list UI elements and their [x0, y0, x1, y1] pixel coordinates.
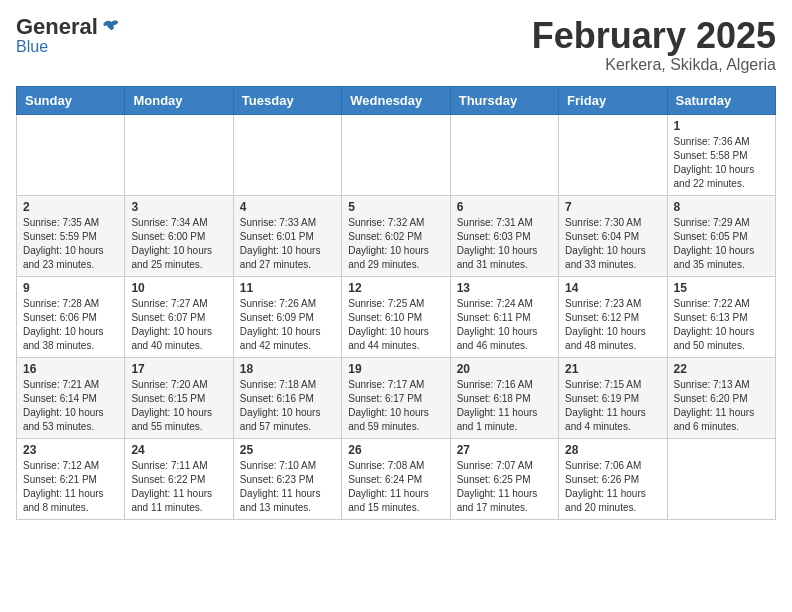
empty-cell [233, 114, 341, 195]
logo: General Blue [16, 16, 120, 56]
day-cell-13: 13Sunrise: 7:24 AM Sunset: 6:11 PM Dayli… [450, 276, 558, 357]
week-row-4: 16Sunrise: 7:21 AM Sunset: 6:14 PM Dayli… [17, 357, 776, 438]
weekday-header-friday: Friday [559, 86, 667, 114]
weekday-header-saturday: Saturday [667, 86, 775, 114]
weekday-header-wednesday: Wednesday [342, 86, 450, 114]
day-cell-1: 1Sunrise: 7:36 AM Sunset: 5:58 PM Daylig… [667, 114, 775, 195]
weekday-header-sunday: Sunday [17, 86, 125, 114]
weekday-header-thursday: Thursday [450, 86, 558, 114]
day-cell-17: 17Sunrise: 7:20 AM Sunset: 6:15 PM Dayli… [125, 357, 233, 438]
day-cell-21: 21Sunrise: 7:15 AM Sunset: 6:19 PM Dayli… [559, 357, 667, 438]
day-info-text: Sunrise: 7:32 AM Sunset: 6:02 PM Dayligh… [348, 216, 443, 272]
day-info-text: Sunrise: 7:16 AM Sunset: 6:18 PM Dayligh… [457, 378, 552, 434]
day-cell-11: 11Sunrise: 7:26 AM Sunset: 6:09 PM Dayli… [233, 276, 341, 357]
day-cell-18: 18Sunrise: 7:18 AM Sunset: 6:16 PM Dayli… [233, 357, 341, 438]
week-row-5: 23Sunrise: 7:12 AM Sunset: 6:21 PM Dayli… [17, 438, 776, 519]
day-info-text: Sunrise: 7:36 AM Sunset: 5:58 PM Dayligh… [674, 135, 769, 191]
day-info-text: Sunrise: 7:30 AM Sunset: 6:04 PM Dayligh… [565, 216, 660, 272]
day-info-text: Sunrise: 7:12 AM Sunset: 6:21 PM Dayligh… [23, 459, 118, 515]
day-info-text: Sunrise: 7:28 AM Sunset: 6:06 PM Dayligh… [23, 297, 118, 353]
day-cell-15: 15Sunrise: 7:22 AM Sunset: 6:13 PM Dayli… [667, 276, 775, 357]
day-cell-16: 16Sunrise: 7:21 AM Sunset: 6:14 PM Dayli… [17, 357, 125, 438]
day-cell-19: 19Sunrise: 7:17 AM Sunset: 6:17 PM Dayli… [342, 357, 450, 438]
day-number: 27 [457, 443, 552, 457]
day-cell-27: 27Sunrise: 7:07 AM Sunset: 6:25 PM Dayli… [450, 438, 558, 519]
day-number: 23 [23, 443, 118, 457]
weekday-header-row: SundayMondayTuesdayWednesdayThursdayFrid… [17, 86, 776, 114]
day-cell-22: 22Sunrise: 7:13 AM Sunset: 6:20 PM Dayli… [667, 357, 775, 438]
day-number: 7 [565, 200, 660, 214]
day-info-text: Sunrise: 7:21 AM Sunset: 6:14 PM Dayligh… [23, 378, 118, 434]
day-info-text: Sunrise: 7:06 AM Sunset: 6:26 PM Dayligh… [565, 459, 660, 515]
day-number: 28 [565, 443, 660, 457]
day-info-text: Sunrise: 7:24 AM Sunset: 6:11 PM Dayligh… [457, 297, 552, 353]
day-number: 8 [674, 200, 769, 214]
calendar-table: SundayMondayTuesdayWednesdayThursdayFrid… [16, 86, 776, 520]
day-info-text: Sunrise: 7:20 AM Sunset: 6:15 PM Dayligh… [131, 378, 226, 434]
day-number: 5 [348, 200, 443, 214]
day-info-text: Sunrise: 7:29 AM Sunset: 6:05 PM Dayligh… [674, 216, 769, 272]
day-number: 13 [457, 281, 552, 295]
day-number: 21 [565, 362, 660, 376]
day-info-text: Sunrise: 7:11 AM Sunset: 6:22 PM Dayligh… [131, 459, 226, 515]
day-cell-2: 2Sunrise: 7:35 AM Sunset: 5:59 PM Daylig… [17, 195, 125, 276]
day-cell-8: 8Sunrise: 7:29 AM Sunset: 6:05 PM Daylig… [667, 195, 775, 276]
weekday-header-tuesday: Tuesday [233, 86, 341, 114]
empty-cell [342, 114, 450, 195]
day-number: 9 [23, 281, 118, 295]
day-cell-4: 4Sunrise: 7:33 AM Sunset: 6:01 PM Daylig… [233, 195, 341, 276]
empty-cell [125, 114, 233, 195]
day-number: 20 [457, 362, 552, 376]
day-cell-14: 14Sunrise: 7:23 AM Sunset: 6:12 PM Dayli… [559, 276, 667, 357]
day-number: 6 [457, 200, 552, 214]
day-info-text: Sunrise: 7:31 AM Sunset: 6:03 PM Dayligh… [457, 216, 552, 272]
day-info-text: Sunrise: 7:13 AM Sunset: 6:20 PM Dayligh… [674, 378, 769, 434]
day-cell-9: 9Sunrise: 7:28 AM Sunset: 6:06 PM Daylig… [17, 276, 125, 357]
day-number: 15 [674, 281, 769, 295]
day-cell-7: 7Sunrise: 7:30 AM Sunset: 6:04 PM Daylig… [559, 195, 667, 276]
day-number: 19 [348, 362, 443, 376]
day-info-text: Sunrise: 7:27 AM Sunset: 6:07 PM Dayligh… [131, 297, 226, 353]
page-header: General Blue February 2025 Kerkera, Skik… [16, 16, 776, 74]
day-cell-3: 3Sunrise: 7:34 AM Sunset: 6:00 PM Daylig… [125, 195, 233, 276]
day-number: 25 [240, 443, 335, 457]
day-cell-6: 6Sunrise: 7:31 AM Sunset: 6:03 PM Daylig… [450, 195, 558, 276]
day-cell-24: 24Sunrise: 7:11 AM Sunset: 6:22 PM Dayli… [125, 438, 233, 519]
day-info-text: Sunrise: 7:08 AM Sunset: 6:24 PM Dayligh… [348, 459, 443, 515]
day-cell-20: 20Sunrise: 7:16 AM Sunset: 6:18 PM Dayli… [450, 357, 558, 438]
empty-cell [559, 114, 667, 195]
logo-blue-text: Blue [16, 38, 48, 56]
day-cell-5: 5Sunrise: 7:32 AM Sunset: 6:02 PM Daylig… [342, 195, 450, 276]
day-info-text: Sunrise: 7:22 AM Sunset: 6:13 PM Dayligh… [674, 297, 769, 353]
day-info-text: Sunrise: 7:25 AM Sunset: 6:10 PM Dayligh… [348, 297, 443, 353]
week-row-1: 1Sunrise: 7:36 AM Sunset: 5:58 PM Daylig… [17, 114, 776, 195]
day-number: 10 [131, 281, 226, 295]
day-number: 22 [674, 362, 769, 376]
day-cell-25: 25Sunrise: 7:10 AM Sunset: 6:23 PM Dayli… [233, 438, 341, 519]
day-number: 17 [131, 362, 226, 376]
day-info-text: Sunrise: 7:15 AM Sunset: 6:19 PM Dayligh… [565, 378, 660, 434]
day-info-text: Sunrise: 7:18 AM Sunset: 6:16 PM Dayligh… [240, 378, 335, 434]
day-info-text: Sunrise: 7:17 AM Sunset: 6:17 PM Dayligh… [348, 378, 443, 434]
day-number: 11 [240, 281, 335, 295]
day-cell-28: 28Sunrise: 7:06 AM Sunset: 6:26 PM Dayli… [559, 438, 667, 519]
day-cell-26: 26Sunrise: 7:08 AM Sunset: 6:24 PM Dayli… [342, 438, 450, 519]
day-info-text: Sunrise: 7:34 AM Sunset: 6:00 PM Dayligh… [131, 216, 226, 272]
day-number: 4 [240, 200, 335, 214]
day-number: 12 [348, 281, 443, 295]
week-row-3: 9Sunrise: 7:28 AM Sunset: 6:06 PM Daylig… [17, 276, 776, 357]
day-info-text: Sunrise: 7:26 AM Sunset: 6:09 PM Dayligh… [240, 297, 335, 353]
logo-general-text: General [16, 16, 98, 38]
day-info-text: Sunrise: 7:35 AM Sunset: 5:59 PM Dayligh… [23, 216, 118, 272]
day-info-text: Sunrise: 7:07 AM Sunset: 6:25 PM Dayligh… [457, 459, 552, 515]
day-number: 24 [131, 443, 226, 457]
day-number: 18 [240, 362, 335, 376]
day-cell-10: 10Sunrise: 7:27 AM Sunset: 6:07 PM Dayli… [125, 276, 233, 357]
day-number: 2 [23, 200, 118, 214]
day-cell-23: 23Sunrise: 7:12 AM Sunset: 6:21 PM Dayli… [17, 438, 125, 519]
day-info-text: Sunrise: 7:33 AM Sunset: 6:01 PM Dayligh… [240, 216, 335, 272]
day-number: 14 [565, 281, 660, 295]
title-block: February 2025 Kerkera, Skikda, Algeria [532, 16, 776, 74]
day-number: 1 [674, 119, 769, 133]
empty-cell [667, 438, 775, 519]
